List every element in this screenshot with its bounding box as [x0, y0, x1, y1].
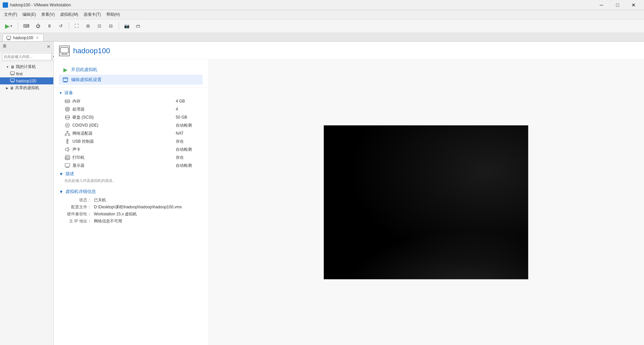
- device-value-disk: 50 GB: [176, 115, 203, 120]
- memory-icon: [64, 98, 70, 104]
- sidebar-title: 库: [3, 44, 7, 49]
- snapshot-manager-button[interactable]: 🗃: [133, 21, 143, 31]
- devices-section-header[interactable]: ▼ 设备: [54, 88, 208, 97]
- sidebar-item-hadoop100[interactable]: hadoop100: [0, 77, 53, 84]
- tab-hadoop100[interactable]: hadoop100 ✕: [3, 34, 44, 41]
- device-name-cpu: 处理器: [72, 107, 176, 112]
- sidebar-search-input[interactable]: [2, 53, 52, 60]
- sidebar-item-first[interactable]: first: [0, 70, 53, 77]
- device-value-printer: 存在: [176, 155, 203, 160]
- device-row-memory[interactable]: 内存 4 GB: [54, 97, 208, 105]
- shared-vm-icon: 🖥: [10, 86, 14, 90]
- action-buttons: ▶ 开启此虚拟机 编辑虚拟机设置: [54, 62, 208, 88]
- sidebar-item-label-first: first: [16, 72, 22, 76]
- devices-section-title: 设备: [64, 90, 73, 96]
- display-icon: [64, 162, 70, 168]
- fit-window-button[interactable]: ⊟: [106, 21, 116, 31]
- edit-vm-settings-button[interactable]: 编辑虚拟机设置: [59, 75, 203, 85]
- menu-edit[interactable]: 编辑(E): [20, 10, 39, 19]
- app-icon: [3, 2, 8, 8]
- svg-rect-12: [60, 48, 68, 53]
- device-value-display: 自动检测: [176, 163, 203, 168]
- vm-screen[interactable]: [324, 125, 528, 279]
- audio-icon: [64, 146, 70, 152]
- menu-help[interactable]: 帮助(H): [104, 10, 123, 19]
- start-vm-button[interactable]: ▶ 开启此虚拟机: [59, 65, 203, 75]
- device-row-cpu[interactable]: 处理器 4: [54, 105, 208, 113]
- minimize-button[interactable]: ─: [594, 0, 609, 10]
- sidebar-item-my-computer[interactable]: ▼ 🖥 我的计算机: [0, 63, 53, 70]
- suspend-button[interactable]: ⏸: [45, 21, 55, 31]
- device-row-network[interactable]: 网络适配器 NAT: [54, 129, 208, 137]
- device-row-printer[interactable]: 打印机 存在: [54, 153, 208, 161]
- menu-vm[interactable]: 虚拟机(M): [57, 10, 81, 19]
- disk-icon: [64, 114, 70, 120]
- svg-rect-4: [10, 72, 14, 74]
- fullscreen-icon: ⛶: [74, 23, 79, 28]
- fit-guest-button[interactable]: ⊡: [95, 21, 105, 31]
- fit-window-icon: ⊟: [109, 23, 113, 28]
- restart-button[interactable]: ↺: [56, 21, 66, 31]
- svg-marker-61: [65, 147, 68, 151]
- restart-icon: ↺: [59, 23, 63, 28]
- menu-tabs[interactable]: 选项卡(T): [81, 10, 103, 19]
- menu-file[interactable]: 文件(F): [1, 10, 20, 19]
- device-row-usb[interactable]: USB 控制器 存在: [54, 137, 208, 145]
- svg-point-46: [65, 123, 69, 127]
- play-button[interactable]: ▶ ▼: [3, 21, 15, 31]
- cpu-icon: [64, 106, 70, 112]
- send-ctrl-alt-del-button[interactable]: ⌨: [21, 21, 32, 31]
- menu-view[interactable]: 查看(V): [39, 10, 57, 19]
- device-row-audio[interactable]: 声卡 自动检测: [54, 145, 208, 153]
- fullscreen-button[interactable]: ⛶: [72, 21, 82, 31]
- device-list: 内存 4 GB 处理器 4 硬盘 (SCSI): [54, 97, 208, 169]
- title-bar-controls: ─ □ ✕: [594, 0, 641, 10]
- svg-point-42: [65, 115, 69, 117]
- content-area: hadoop100 ▶ 开启此虚拟机 编辑虚拟机设置: [54, 42, 644, 345]
- device-name-disk: 硬盘 (SCSI): [72, 115, 176, 120]
- vm-info-value-status: 已关机: [94, 197, 106, 203]
- unity-button[interactable]: ⊞: [83, 21, 93, 31]
- sidebar-header: 库 ✕: [0, 42, 53, 52]
- vm-info-arrow-icon: ▼: [59, 189, 63, 194]
- vm-info-header[interactable]: ▼ 虚拟机详细信息: [59, 189, 203, 195]
- window-title: hadoop100 - VMware Workstation: [10, 3, 71, 7]
- computer-icon: 🖥: [10, 65, 14, 69]
- power-button[interactable]: ⏻: [33, 21, 43, 31]
- device-value-network: NAT: [176, 131, 203, 136]
- toolbar-separator-1: [18, 22, 18, 30]
- suspend-icon: ⏸: [47, 23, 52, 28]
- device-row-display[interactable]: 显示器 自动检测: [54, 161, 208, 169]
- svg-rect-66: [65, 163, 70, 167]
- vm-icon-hadoop100: [10, 78, 15, 84]
- tab-close-button[interactable]: ✕: [35, 36, 39, 40]
- maximize-button[interactable]: □: [610, 0, 625, 10]
- vm-screen-gloss: [324, 219, 528, 279]
- svg-rect-27: [68, 100, 69, 102]
- device-name-display: 显示器: [72, 163, 176, 168]
- svg-rect-8: [10, 79, 14, 81]
- description-title: 描述: [65, 171, 74, 177]
- device-row-disk[interactable]: 硬盘 (SCSI) 50 GB: [54, 113, 208, 121]
- svg-point-47: [67, 125, 68, 126]
- sidebar-item-shared-vms[interactable]: ▶ 🖥 共享的虚拟机: [0, 84, 53, 91]
- cd-icon: [64, 122, 70, 128]
- description-header[interactable]: ▼ 描述: [59, 171, 203, 177]
- close-button[interactable]: ✕: [626, 0, 641, 10]
- device-name-memory: 内存: [72, 98, 176, 104]
- sidebar-item-label-my-computer: 我的计算机: [16, 64, 36, 70]
- svg-rect-25: [66, 100, 66, 102]
- device-row-cd[interactable]: CD/DVD (IDE) 自动检测: [54, 121, 208, 129]
- title-bar: hadoop100 - VMware Workstation ─ □ ✕: [0, 0, 644, 10]
- fit-guest-icon: ⊡: [98, 23, 101, 28]
- vm-info-label-status: 状态：: [64, 197, 91, 203]
- sidebar-item-label-shared: 共享的虚拟机: [15, 85, 39, 91]
- snapshot-manager-icon: 🗃: [136, 23, 140, 28]
- vm-info-row-config: 配置文件： D:\Desktop\课程\hadoop\hadoop\hadoop…: [59, 204, 203, 211]
- printer-icon: [64, 154, 70, 160]
- unity-icon: ⊞: [86, 23, 90, 28]
- sidebar-close-icon[interactable]: ✕: [47, 44, 51, 49]
- vm-info-label-compat: 硬件兼容性：: [64, 211, 91, 217]
- svg-rect-26: [67, 100, 68, 102]
- snapshot-button[interactable]: 📷: [122, 21, 132, 31]
